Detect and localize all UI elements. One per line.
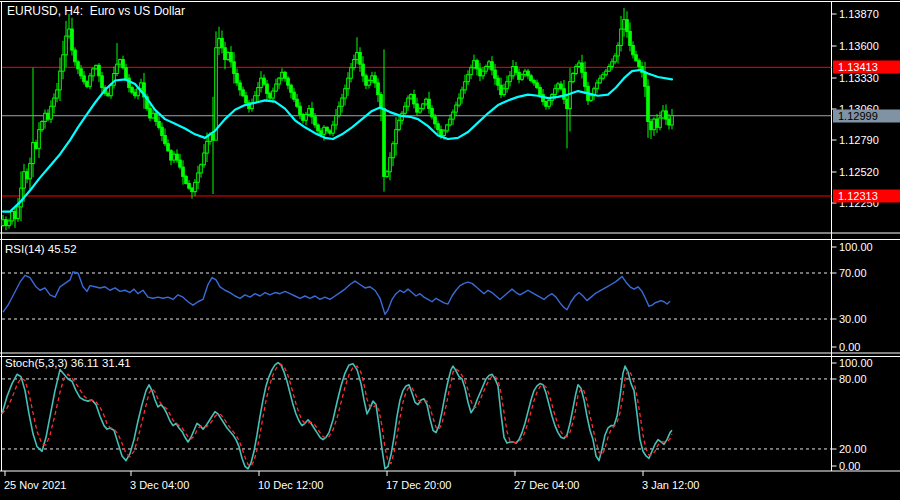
chart-window: EURUSD, H4: Euro vs US Dollar RSI(14) 45… [0,0,900,500]
time-axis-label-3[interactable]: 17 Dec 20:00 [386,479,451,491]
price-axis-label-5: 1.12520 [839,166,879,178]
price-axis-label-4: 1.12790 [839,134,879,146]
stoch-axis-label-3: 0.00 [839,460,860,472]
rsi-axis-label-2: 30.00 [839,313,867,325]
stoch-axis-label-0: 100.00 [839,357,873,369]
time-axis-label-2[interactable]: 10 Dec 12:00 [258,479,323,491]
rsi-indicator-label: RSI(14) 45.52 [5,243,77,255]
rsi-axis-label-3: 0.00 [839,341,860,353]
time-axis-label-1[interactable]: 3 Dec 04:00 [130,479,189,491]
chart-canvas[interactable] [0,0,900,500]
price-tag-red-2: 1.12313 [833,189,900,202]
rsi-pane[interactable] [2,240,831,353]
time-axis-label-0[interactable]: 25 Nov 2021 [4,479,66,491]
rsi-axis-label-1: 70.00 [839,267,867,279]
time-axis-label-5[interactable]: 3 Jan 12:00 [642,479,700,491]
bid-price-tag: 1.12999 [833,109,900,122]
main-chart-pane[interactable] [2,2,831,233]
price-tag-red-0: 1.13413 [833,61,900,74]
price-axis-label-0: 1.13870 [839,8,879,20]
stoch-axis-label-2: 20.00 [839,443,867,455]
price-axis-label-1: 1.13600 [839,40,879,52]
stoch-indicator-label: Stoch(5,3,3) 36.11 31.41 [5,357,131,369]
stoch-axis-label-1: 80.00 [839,373,867,385]
chart-title: EURUSD, H4: Euro vs US Dollar [7,4,185,18]
time-axis-label-4[interactable]: 27 Dec 04:00 [514,479,579,491]
rsi-axis-label-0: 100.00 [839,241,873,253]
stoch-pane[interactable] [2,357,831,470]
